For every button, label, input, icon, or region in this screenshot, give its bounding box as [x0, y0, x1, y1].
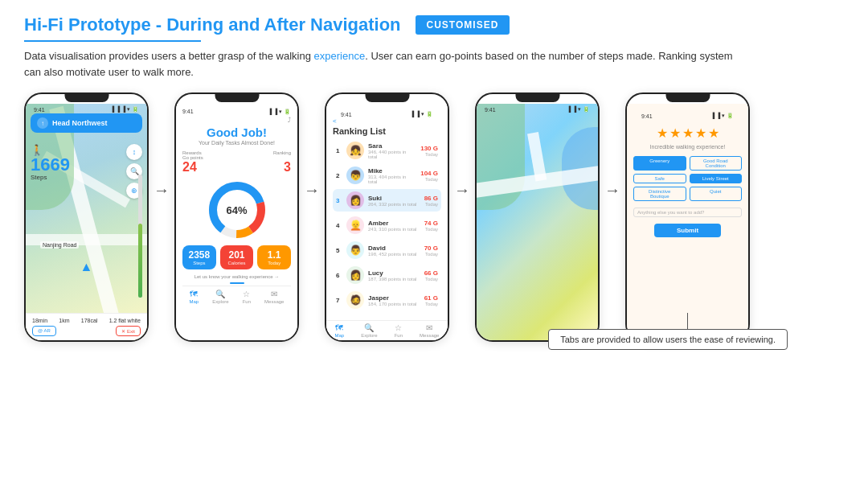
rank-num-7: 7: [336, 297, 342, 304]
rank-name-6: Lucy: [368, 269, 420, 277]
tag-lively-street[interactable]: Lively Street: [690, 174, 743, 183]
phone2-signals: ▐ ▐ ▾ 🔋: [268, 109, 291, 115]
rank-info-4: Amber 243, 310 points in total: [368, 220, 420, 232]
nav-arrow-icon: ↑: [37, 117, 48, 129]
explore-nav-icon: 🔍: [215, 290, 225, 298]
rank-explore-icon: 🔍: [364, 323, 374, 332]
callout-text: Tabs are provided to allow users the eas…: [560, 335, 776, 344]
rank-back[interactable]: <: [333, 117, 441, 125]
tag-distinctive[interactable]: Distinctive Boutique: [633, 187, 686, 201]
map2-content: [477, 104, 598, 340]
rank-pts-label-2: Today: [420, 177, 438, 182]
footer-type: 1.2 flat white: [109, 318, 141, 323]
rank-avatar-4: 👱: [346, 216, 364, 234]
footer-dist: 1km: [59, 318, 69, 323]
review-text-input[interactable]: Anything else you want to add?: [633, 208, 742, 217]
phone3-content: 9:41 ▐ ▐ ▾ 🔋 < Ranking List 1 👧 Sara: [326, 104, 448, 340]
rank-info-1: Sara 346, 440 points in total: [368, 142, 416, 159]
rank-sub-4: 243, 310 points in total: [368, 227, 420, 232]
rank-name-2: Mike: [368, 167, 416, 175]
rank-name-7: Jasper: [368, 294, 420, 302]
rank-item-7: 7 🧔 Jasper 184, 170 points in total 61 G…: [333, 289, 441, 311]
rank-pts-label-1: Today: [420, 152, 438, 157]
arrow-4: →: [600, 181, 625, 199]
tag-road-condition[interactable]: Good Road Condition: [690, 156, 743, 171]
rank-item-6: 6 👩 Lucy 187, 398 points in total 66 G T…: [333, 264, 441, 286]
phone3-wrapper: 9:41 ▐ ▐ ▾ 🔋 < Ranking List 1 👧 Sara: [325, 92, 449, 342]
phone5-time: 9:41: [641, 113, 653, 119]
stat-today: 1.1 Today: [257, 245, 291, 269]
steps-label: Steps: [31, 174, 70, 181]
stat-today-val: 1.1: [260, 249, 288, 261]
rank-avatar-1: 👧: [346, 142, 364, 159]
arrow-2: →: [299, 181, 325, 199]
phone2-notch: [215, 94, 259, 102]
stat-calories: 201 Calories: [220, 245, 254, 269]
goodjob-content: 9:41 ▐ ▐ ▾ 🔋 ⤴ Good Job! Your Daily Task…: [176, 104, 297, 340]
map-label: Nanjing Road: [40, 241, 79, 249]
rank-avatar-7: 🧔: [346, 291, 364, 309]
header-row: Hi-Fi Prototype - During and After Navig…: [24, 14, 844, 35]
msg-nav-icon: ✉: [271, 290, 277, 298]
review-stars: ★ ★ ★ ★ ★: [657, 125, 719, 141]
tag-quiet[interactable]: Quiet: [690, 187, 743, 201]
callout-area: Tabs are provided to allow users the eas…: [24, 334, 844, 374]
review-input-placeholder: Anything else you want to add?: [637, 210, 704, 215]
rank-item-1: 1 👧 Sara 346, 440 points in total 130 G …: [333, 139, 441, 162]
rank-info-3: Suki 264, 332 points in total: [368, 195, 420, 207]
phone5-signals: ▐ ▐ ▾ 🔋: [710, 113, 734, 119]
ranking-content: 9:41 ▐ ▐ ▾ 🔋 < Ranking List 1 👧 Sara: [326, 104, 448, 340]
location-pin: ▲: [80, 260, 93, 274]
rank-sub-5: 198, 452 points in total: [368, 252, 420, 257]
rank-score-1: 130 G Today: [420, 145, 438, 157]
tag-greenery[interactable]: Greenery: [633, 156, 686, 171]
rank-pts-label-7: Today: [424, 302, 438, 306]
rank-score-5: 70 G Today: [424, 245, 438, 257]
arrow-1: →: [149, 181, 174, 199]
review-question: Incredible walking experience!: [650, 144, 726, 150]
rank-name-5: David: [368, 245, 420, 252]
rank-name-1: Sara: [368, 142, 416, 150]
ctrl-btn-1[interactable]: ↕: [126, 144, 142, 160]
stat-today-label: Today: [260, 261, 288, 265]
phone4-frame: 9:41 ▐ ▐ ▾ 🔋: [475, 92, 600, 342]
phone3-frame: 9:41 ▐ ▐ ▾ 🔋 < Ranking List 1 👧 Sara: [325, 92, 449, 342]
phone4-content: 9:41 ▐ ▐ ▾ 🔋: [477, 104, 598, 340]
rank-map-icon: 🗺: [335, 323, 343, 332]
rank-sub-7: 184, 170 points in total: [368, 302, 420, 306]
rank-item-2: 2 👦 Mike 313, 404 points in total 104 G …: [333, 164, 441, 187]
gj-nav-fun[interactable]: ☆ Fun: [243, 290, 251, 304]
page-title: Hi-Fi Prototype - During and After Navig…: [24, 14, 401, 35]
gj-nav-explore-label: Explore: [212, 299, 228, 304]
rank-pts-7: 61 G: [424, 294, 438, 302]
submit-button[interactable]: Submit: [654, 224, 721, 237]
nav-footer-info: 18min 1km 178cal 1.2 flat white: [32, 318, 141, 323]
rank-sub-6: 187, 398 points in total: [368, 277, 420, 282]
rank-item-5: 5 👨 David 198, 452 points in total 70 G …: [333, 239, 441, 261]
rank-msg-icon: ✉: [426, 323, 432, 332]
phone3-notch: [365, 94, 409, 102]
rank-avatar-2: 👦: [346, 166, 364, 184]
phone1-wrapper: 9:41 ▐ ▐ ▐ ▾ 🔋 ↑ Head Northwest: [24, 92, 149, 342]
tag-safe[interactable]: Safe: [633, 174, 686, 183]
phone5-notch: [665, 94, 710, 102]
rank-avatar-6: 👩: [346, 266, 364, 284]
gj-nav-dot: [230, 282, 244, 284]
phone1-frame: 9:41 ▐ ▐ ▐ ▾ 🔋 ↑ Head Northwest: [24, 92, 149, 342]
rank-item-4: 4 👱 Amber 243, 310 points in total 74 G …: [333, 214, 441, 236]
review-tags: Greenery Good Road Condition Safe Lively…: [633, 156, 742, 217]
gj-stats-row: 2358 Steps 201 Calories 1.1 Today: [182, 245, 291, 269]
rank-score-6: 66 G Today: [424, 269, 438, 282]
gj-share-btn[interactable]: ⤴: [182, 117, 291, 124]
map-background: ↑ Head Northwest 🚶 1669 Steps ↕ 🔍 ⊕: [26, 104, 147, 340]
rank-pts-label-5: Today: [424, 252, 438, 257]
review-tag-row-1: Greenery Good Road Condition: [633, 156, 742, 171]
nav-label: Head Northwest: [52, 119, 108, 127]
gj-nav-msg[interactable]: ✉ Message: [264, 290, 284, 304]
page: Hi-Fi Prototype - During and After Navig…: [0, 0, 868, 388]
gj-nav-explore[interactable]: 🔍 Explore: [212, 290, 228, 304]
gj-nav-map[interactable]: 🗺 Map: [190, 290, 199, 304]
rank-avatar-5: 👨: [346, 241, 364, 259]
rank-title: Ranking List: [333, 126, 441, 136]
rank-info-6: Lucy 187, 398 points in total: [368, 269, 420, 282]
